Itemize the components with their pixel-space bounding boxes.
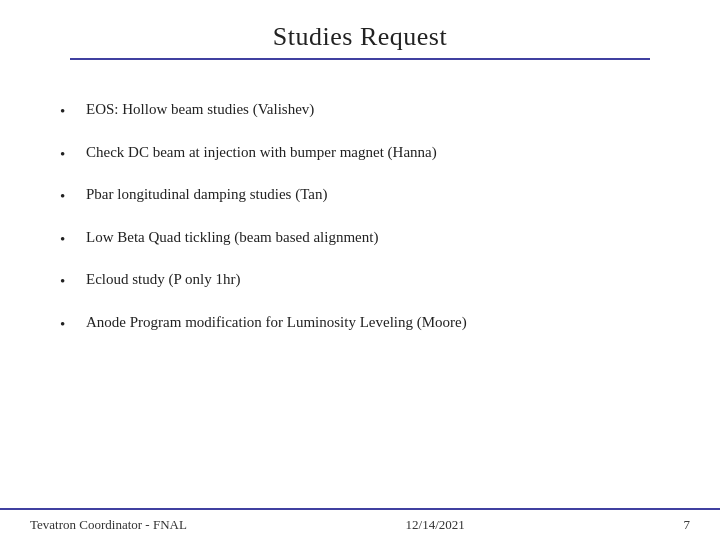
bullet-text-0: EOS: Hollow beam studies (Valishev) (86, 98, 314, 121)
slide-header: Studies Request (0, 0, 720, 70)
footer-left: Tevatron Coordinator - FNAL (30, 517, 187, 533)
bullet-dot-3: • (60, 228, 78, 251)
bullet-dot-4: • (60, 270, 78, 293)
bullet-dot-0: • (60, 100, 78, 123)
bullet-text-1: Check DC beam at injection with bumper m… (86, 141, 437, 164)
bullet-text-5: Anode Program modification for Luminosit… (86, 311, 467, 334)
slide: Studies Request •EOS: Hollow beam studie… (0, 0, 720, 540)
footer-right: 7 (683, 517, 690, 533)
slide-footer: Tevatron Coordinator - FNAL 12/14/2021 7 (0, 508, 720, 540)
slide-title: Studies Request (40, 22, 680, 52)
bullet-dot-1: • (60, 143, 78, 166)
bullet-item-4: •Ecloud study (P only 1hr) (60, 268, 660, 293)
bullet-item-2: •Pbar longitudinal damping studies (Tan) (60, 183, 660, 208)
footer-center: 12/14/2021 (406, 517, 465, 533)
bullet-item-0: •EOS: Hollow beam studies (Valishev) (60, 98, 660, 123)
bullet-item-1: •Check DC beam at injection with bumper … (60, 141, 660, 166)
title-underline (70, 58, 650, 60)
bullet-text-2: Pbar longitudinal damping studies (Tan) (86, 183, 327, 206)
bullet-list: •EOS: Hollow beam studies (Valishev)•Che… (60, 98, 660, 335)
bullet-item-3: •Low Beta Quad tickling (beam based alig… (60, 226, 660, 251)
bullet-dot-5: • (60, 313, 78, 336)
bullet-text-4: Ecloud study (P only 1hr) (86, 268, 240, 291)
bullet-item-5: •Anode Program modification for Luminosi… (60, 311, 660, 336)
bullet-dot-2: • (60, 185, 78, 208)
bullet-text-3: Low Beta Quad tickling (beam based align… (86, 226, 378, 249)
slide-content: •EOS: Hollow beam studies (Valishev)•Che… (0, 70, 720, 373)
